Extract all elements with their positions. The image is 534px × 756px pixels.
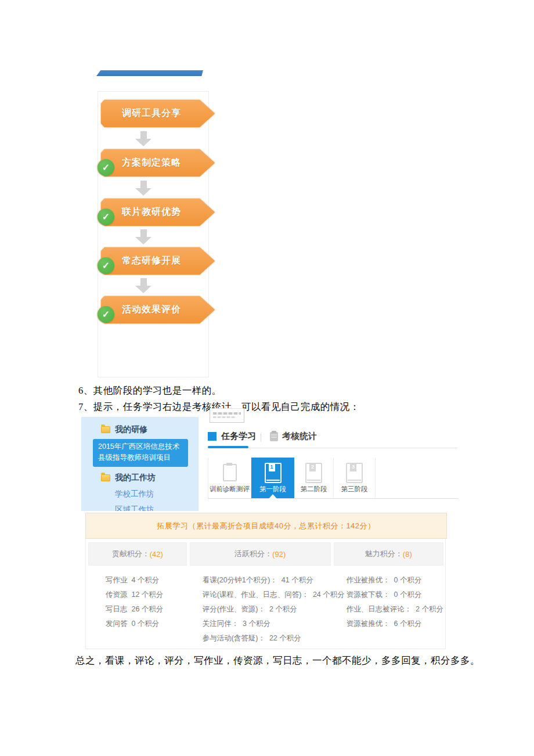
flow-step-shape: 方案制定策略 (101, 149, 215, 177)
folder-icon (101, 426, 110, 433)
stage-row-spacer (376, 458, 459, 498)
stage-label: 训前诊断测评 (210, 485, 250, 494)
check-icon: ✓ (98, 159, 114, 176)
score-column-header: 贡献积分：(42) (88, 542, 187, 566)
tab-divider (261, 433, 261, 442)
score-row: 资源被下载： 0 个积分 (347, 588, 443, 602)
score-column-contribution: 贡献积分：(42) 写作业 4 个积分 传资源 12 个积分 写日志 26 个积… (88, 542, 187, 649)
flow-step-label: 活动效果评价 (122, 304, 194, 316)
stage-label: 第二阶段 (301, 485, 327, 494)
score-header-value: (42) (150, 550, 163, 559)
score-row: 看课(20分钟1个积分)： 41 个积分 (203, 573, 331, 588)
task-tab-icon (208, 432, 217, 441)
down-arrow-icon (135, 181, 151, 196)
score-row: 关注同伴： 3 个积分 (203, 617, 331, 631)
score-column-header: 活跃积分：(92) (190, 542, 331, 566)
clipboard-pages-icon (223, 464, 237, 481)
flow-step-5[interactable]: 活动效果评价 ✓ (101, 296, 215, 323)
score-row: 写作业 4 个积分 (106, 573, 187, 588)
flow-step-shape: 调研工具分享 (101, 100, 215, 127)
flow-step-4[interactable]: 常态研修开展 ✓ (101, 247, 215, 275)
score-rows: 看课(20分钟1个积分)： 41 个积分 评论(课程、作业、日志、问答)： 24… (190, 566, 331, 646)
score-header-value: (8) (403, 550, 412, 559)
stage-label: 第一阶段 (259, 485, 286, 494)
flow-step-3[interactable]: 联片教研优势 ✓ (101, 199, 215, 226)
score-row: 评分(作业、资源)： 2 个积分 (203, 602, 331, 617)
stage-label: 第三阶段 (341, 485, 368, 494)
folder-icon (101, 474, 110, 481)
down-arrow-icon (135, 131, 151, 147)
clipboard-icon (270, 432, 278, 441)
sidebar-item-my-workshop[interactable]: 我的工作坊 (101, 473, 156, 483)
active-stage-notch (268, 494, 277, 499)
flow-step-label: 联片教研优势 (122, 206, 194, 218)
tab-assessment-stats[interactable]: 考核统计 (282, 431, 317, 442)
score-row: 评论(课程、作业、日志、问答)： 24 个积分 (203, 588, 331, 602)
score-table-body: 贡献积分：(42) 写作业 4 个积分 传资源 12 个积分 写日志 26 个积… (85, 539, 446, 649)
sidebar-program-button[interactable]: 2015年广西区培信息技术县级指导教师培训项目 (93, 439, 188, 467)
score-header-label: 贡献积分： (112, 549, 150, 559)
flow-step-shape: 常态研修开展 (101, 247, 215, 275)
down-arrow-icon (135, 278, 151, 294)
sidebar-link-region-workshop[interactable]: 区域工作坊 (115, 505, 154, 511)
score-column-header: 魅力积分：(8) (334, 542, 443, 566)
score-header-label: 活跃积分： (234, 549, 272, 559)
flow-step-shape: 联片教研优势 (101, 199, 215, 226)
flowchart-container (98, 91, 209, 377)
score-row: 传资源 12 个积分 (106, 588, 187, 602)
sidebar-section-label: 我的工作坊 (115, 473, 156, 483)
score-rows: 写作业 4 个积分 传资源 12 个积分 写日志 26 个积分 发问答 0 个积… (88, 566, 187, 631)
score-table-title: 拓展学习（累计最高折合项目成绩40分，总累计积分：142分） (85, 513, 447, 539)
stage-3[interactable]: 3 第三阶段 (334, 458, 376, 498)
score-row: 资源被推优： 6 个积分 (347, 617, 443, 631)
flow-step-2[interactable]: 方案制定策略 ✓ (101, 149, 215, 177)
sidebar-item-my-training[interactable]: 我的研修 (101, 424, 147, 435)
score-header-label: 魅力积分： (365, 549, 403, 559)
top-blue-bar (96, 70, 203, 76)
sidebar-section-label: 我的研修 (115, 424, 147, 435)
score-row: 写日志 26 个积分 (106, 602, 187, 617)
sidebar-link-school-workshop[interactable]: 学校工作坊 (115, 489, 154, 499)
down-arrow-icon (135, 229, 151, 245)
score-row: 发问答 0 个积分 (106, 617, 187, 631)
active-tab-underline (208, 446, 248, 448)
check-icon: ✓ (98, 208, 114, 225)
book-3-icon: 3 (346, 463, 363, 483)
tab-task-study[interactable]: 任务学习 (221, 431, 256, 442)
stage-2[interactable]: 2 第二阶段 (294, 458, 334, 498)
score-row: 作业被推优： 0 个积分 (347, 573, 443, 588)
score-column-charm: 魅力积分：(8) 作业被推优： 0 个积分 资源被下载： 0 个积分 作业、日志… (334, 542, 443, 649)
cropped-button[interactable] (210, 408, 244, 423)
flow-step-label: 常态研修开展 (122, 255, 194, 267)
flow-step-label: 方案制定策略 (122, 157, 194, 169)
score-row: 参与活动(含答疑)： 22 个积分 (203, 631, 331, 646)
book-1-icon: 1 (265, 463, 282, 483)
score-header-value: (92) (272, 550, 286, 559)
check-icon: ✓ (98, 306, 114, 323)
book-2-icon: 2 (305, 463, 322, 483)
score-row: 作业、日志被评论： 2 个积分 (347, 602, 443, 617)
stage-1[interactable]: 1 第一阶段 (251, 458, 294, 498)
score-column-activity: 活跃积分：(92) 看课(20分钟1个积分)： 41 个积分 评论(课程、作业、… (190, 542, 331, 649)
flow-step-1[interactable]: 调研工具分享 (101, 100, 215, 127)
score-rows: 作业被推优： 0 个积分 资源被下载： 0 个积分 作业、日志被评论： 2 个积… (334, 566, 443, 631)
sidebar: 我的研修 2015年广西区培信息技术县级指导教师培训项目 我的工作坊 学校工作坊… (81, 417, 199, 511)
doc-line-6: 6、其他阶段的学习也是一样的。 (78, 384, 222, 397)
check-icon: ✓ (98, 257, 114, 274)
flow-step-shape: 活动效果评价 (101, 296, 215, 323)
stage-row: 训前诊断测评 1 第一阶段 2 第二阶段 3 第三阶段 (208, 458, 459, 499)
stage-pretest[interactable]: 训前诊断测评 (208, 458, 251, 498)
doc-footer-line: 总之，看课，评论，评分，写作业，传资源，写日志，一个都不能少，多多回复，积分多多… (75, 654, 480, 667)
flow-step-label: 调研工具分享 (122, 107, 194, 120)
